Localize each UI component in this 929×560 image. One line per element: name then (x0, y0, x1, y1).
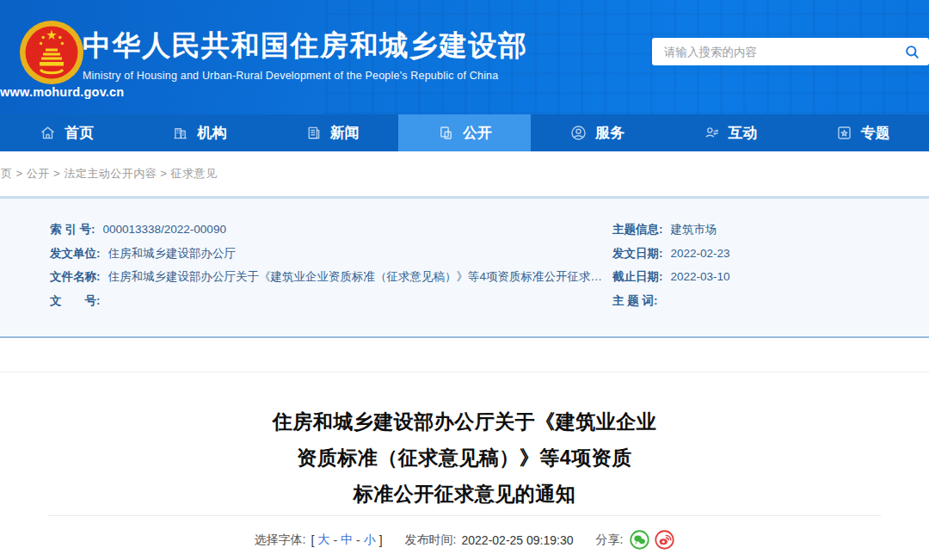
nav-item-disclosure[interactable]: 公开 (398, 114, 531, 151)
font-medium-link[interactable]: 中 (341, 532, 353, 548)
topics-icon (835, 124, 853, 142)
font-size-selector: 选择字体: [ 大 - 中 - 小 ] (255, 532, 383, 548)
site-header: www.mohurd.gov.cn 中华人民共和国住房和城乡建设部 Minist… (0, 0, 929, 114)
meta-label: 发文日期: (612, 242, 663, 266)
news-icon (305, 124, 323, 142)
bracket-open: [ (311, 533, 314, 547)
article-toolbar: 选择字体: [ 大 - 中 - 小 ] 发布时间: 2022-02-25 09:… (0, 530, 929, 550)
nav-label: 首页 (65, 123, 94, 143)
dash: - (333, 533, 337, 547)
meta-row-issue-date: 发文日期: 2022-02-23 (612, 242, 929, 266)
meta-label: 主题信息: (612, 218, 663, 242)
meta-row-index-number: 索 引 号: 000013338/2022-00090 (50, 218, 612, 242)
meta-row-document-number: 文 号: (50, 289, 612, 313)
search-box (652, 38, 929, 65)
nav-item-interaction[interactable]: 互动 (663, 114, 796, 151)
meta-label: 截止日期: (612, 265, 663, 289)
nav-item-topics[interactable]: 专题 (797, 114, 929, 151)
meta-value: 建筑市场 (671, 218, 717, 242)
dash: - (356, 533, 360, 547)
breadcrumb-bar: 页 > 公开 > 法定主动公开内容 > 征求意见 (0, 151, 929, 196)
article-title: 住房和城乡建设部办公厅关于《建筑业企业 资质标准（征求意见稿）》等4项资质 标准… (0, 403, 929, 512)
toolbar-divider (48, 515, 881, 516)
search-icon (904, 44, 920, 60)
meta-label: 文件名称: (50, 265, 101, 289)
meta-value: 2022-03-10 (671, 265, 730, 289)
nav-item-organization[interactable]: 机构 (132, 114, 265, 151)
nav-item-news[interactable]: 新闻 (266, 114, 398, 151)
publish-time-label: 发布时间: (405, 532, 457, 548)
national-emblem-icon (19, 20, 84, 85)
nav-label: 机构 (197, 123, 226, 143)
nav-label: 公开 (463, 123, 492, 143)
font-size-label: 选择字体: (255, 532, 306, 548)
site-title-cn: 中华人民共和国住房和城乡建设部 (83, 28, 528, 63)
document-meta-panel: 索 引 号: 000013338/2022-00090 发文单位: 住房和城乡建… (0, 196, 929, 338)
meta-label: 发文单位: (50, 242, 101, 266)
site-url: www.mohurd.gov.cn (0, 85, 124, 99)
publish-time-value: 2022-02-25 09:19:30 (462, 533, 574, 547)
meta-value: 000013338/2022-00090 (103, 218, 226, 242)
interaction-icon (703, 124, 721, 142)
font-large-link[interactable]: 大 (317, 532, 329, 548)
meta-column-left: 索 引 号: 000013338/2022-00090 发文单位: 住房和城乡建… (0, 218, 612, 312)
meta-value: 住房和城乡建设部办公厅关于《建筑业企业资质标准（征求意见稿）》等4项资质标准公开… (108, 265, 613, 289)
section-divider (0, 338, 929, 372)
bracket-close: ] (379, 533, 383, 547)
search-input[interactable] (652, 38, 895, 65)
meta-value: 住房和城乡建设部办公厅 (108, 242, 237, 266)
meta-value: 2022-02-23 (671, 242, 730, 266)
meta-row-document-name: 文件名称: 住房和城乡建设部办公厅关于《建筑业企业资质标准（征求意见稿）》等4项… (50, 265, 612, 289)
nav-label: 专题 (861, 123, 890, 143)
article: 住房和城乡建设部办公厅关于《建筑业企业 资质标准（征求意见稿）》等4项资质 标准… (0, 403, 929, 550)
search-button[interactable] (895, 38, 929, 65)
article-title-line: 住房和城乡建设部办公厅关于《建筑业企业 (0, 403, 929, 440)
nav-item-home[interactable]: 首页 (0, 114, 132, 151)
meta-row-keywords: 主 题 词: (612, 289, 929, 313)
nav-item-services[interactable]: 服务 (531, 114, 663, 151)
organization-icon (171, 124, 189, 142)
nav-label: 服务 (595, 123, 624, 143)
site-title-en: Ministry of Housing and Urban-Rural Deve… (83, 70, 528, 82)
meta-label: 主 题 词: (612, 289, 658, 313)
publish-time: 发布时间: 2022-02-25 09:19:30 (405, 532, 574, 548)
share-group: 分享: (596, 530, 675, 550)
page: www.mohurd.gov.cn 中华人民共和国住房和城乡建设部 Minist… (0, 0, 929, 560)
share-label: 分享: (596, 532, 624, 548)
meta-row-issuing-unit: 发文单位: 住房和城乡建设部办公厅 (50, 242, 612, 266)
home-icon (39, 124, 57, 142)
meta-label: 文 号: (50, 289, 101, 313)
meta-column-right: 主题信息: 建筑市场 发文日期: 2022-02-23 截止日期: 2022-0… (612, 218, 929, 312)
site-logo[interactable]: 中华人民共和国住房和城乡建设部 Ministry of Housing and … (83, 28, 528, 82)
wechat-share-icon[interactable] (630, 530, 649, 550)
main-nav: 首页 机构 新闻 公开 服务 (0, 114, 929, 151)
disclosure-icon (437, 124, 455, 142)
meta-row-deadline-date: 截止日期: 2022-03-10 (612, 265, 929, 289)
nav-label: 互动 (729, 123, 758, 143)
article-title-line: 资质标准（征求意见稿）》等4项资质 (0, 440, 929, 476)
weibo-share-icon[interactable] (655, 530, 674, 550)
article-title-line: 标准公开征求意见的通知 (0, 476, 929, 512)
share-icons (630, 530, 674, 550)
font-small-link[interactable]: 小 (364, 532, 376, 548)
meta-label: 索 引 号: (50, 218, 95, 242)
meta-row-topic-info: 主题信息: 建筑市场 (612, 218, 929, 242)
services-icon (569, 124, 588, 142)
nav-label: 新闻 (330, 123, 360, 143)
breadcrumb[interactable]: 页 > 公开 > 法定主动公开内容 > 征求意见 (1, 166, 217, 182)
